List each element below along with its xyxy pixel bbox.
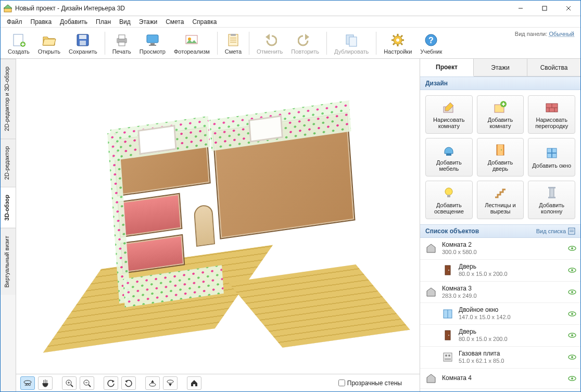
eye-icon[interactable] xyxy=(568,331,576,339)
minimize-button[interactable] xyxy=(509,1,533,16)
tb-create[interactable]: Создать xyxy=(4,31,34,56)
tb-photorealism[interactable]: Фотореализм xyxy=(170,31,214,56)
tool-rotate-cw[interactable] xyxy=(121,376,136,390)
menu-help[interactable]: Справка xyxy=(188,17,221,27)
3d-viewport[interactable] xyxy=(16,59,420,374)
object-list[interactable]: Комната 2300.0 x 580.0Дверь80.0 x 15.0 x… xyxy=(420,238,580,391)
ltab-2d-3d[interactable]: 2D-редактор и 3D-обзор xyxy=(1,59,16,138)
window-title: Новый проект - Дизайн Интерьера 3D xyxy=(15,5,509,12)
maximize-button[interactable] xyxy=(533,1,557,16)
door-icon xyxy=(441,328,454,342)
tb-estimate[interactable]: Смета xyxy=(221,31,246,56)
objects-section-header: Список объектов Вид списка xyxy=(420,224,580,238)
tool-add-window[interactable]: Добавить окно xyxy=(528,138,575,176)
list-item[interactable]: Двойное окно147.0 x 15.0 x 142.0 xyxy=(420,303,580,325)
gear-icon xyxy=(389,32,406,48)
ltab-2d[interactable]: 2D-редактор xyxy=(1,138,16,187)
svg-marker-27 xyxy=(305,34,309,40)
tool-zoom-in[interactable] xyxy=(62,376,77,390)
rtab-project[interactable]: Проект xyxy=(420,59,474,77)
tb-duplicate[interactable]: Дублировать xyxy=(330,31,373,56)
svg-rect-18 xyxy=(149,45,156,46)
list-item[interactable]: Комната 3283.0 x 249.0 xyxy=(420,282,580,304)
monitor-icon xyxy=(144,32,161,48)
tool-stairs[interactable]: Лестницы и вырезы xyxy=(477,181,524,219)
left-tabs: 2D-редактор и 3D-обзор 2D-редактор 3D-об… xyxy=(1,59,16,391)
tb-print[interactable]: Печать xyxy=(108,31,135,56)
tool-tilt-down[interactable] xyxy=(163,376,178,390)
stairs-icon xyxy=(493,185,508,200)
view-list-link[interactable]: Вид списка xyxy=(536,227,575,235)
svg-line-36 xyxy=(393,35,395,37)
list-item[interactable]: Дверь80.0 x 15.0 x 200.0 xyxy=(420,260,580,282)
tb-preview[interactable]: Просмотр xyxy=(135,31,170,56)
svg-rect-22 xyxy=(231,34,236,36)
svg-point-100 xyxy=(445,355,447,357)
tool-draw-partition[interactable]: Нарисовать перегородку xyxy=(528,95,575,134)
svg-rect-11 xyxy=(79,35,86,39)
svg-marker-51 xyxy=(125,380,128,383)
tool-add-lighting[interactable]: Добавить освещение xyxy=(425,181,473,219)
tool-pan[interactable] xyxy=(38,376,53,390)
tool-zoom-out[interactable] xyxy=(80,376,94,390)
menu-floors[interactable]: Этажи xyxy=(135,17,161,27)
tool-add-furniture[interactable]: Добавить мебель xyxy=(425,138,473,176)
svg-text:360: 360 xyxy=(24,383,31,386)
tool-rotate-ccw[interactable] xyxy=(104,376,118,390)
eye-icon[interactable] xyxy=(568,266,576,274)
svg-point-104 xyxy=(571,356,573,358)
render-icon xyxy=(183,32,200,48)
rtab-floors[interactable]: Этажи xyxy=(474,59,527,76)
tool-add-column[interactable]: Добавить колонну xyxy=(528,181,575,219)
list-item[interactable]: Дверь80.0 x 15.0 x 200.0 xyxy=(420,325,580,347)
pencil-room-icon xyxy=(441,100,456,115)
tool-orbit[interactable]: 360 xyxy=(20,376,35,390)
list-item[interactable]: Комната 2300.0 x 580.0 xyxy=(420,238,580,260)
tool-draw-room[interactable]: Нарисовать комнату xyxy=(425,95,473,134)
list-item[interactable]: Комната 4 xyxy=(420,369,580,389)
tb-settings[interactable]: Настройки xyxy=(380,31,416,56)
svg-rect-3 xyxy=(542,6,547,10)
eye-icon[interactable] xyxy=(568,244,576,252)
titlebar: Новый проект - Дизайн Интерьера 3D xyxy=(1,1,580,16)
room-icon xyxy=(424,285,438,299)
menu-view[interactable]: Вид xyxy=(115,17,135,27)
menu-add[interactable]: Добавить xyxy=(56,17,92,27)
rtab-properties[interactable]: Свойства xyxy=(527,59,580,76)
ltab-virtual[interactable]: Виртуальный визит xyxy=(1,228,16,295)
toolbar: Создать Открыть Сохранить Печать Просмот… xyxy=(1,28,580,59)
tb-tutorial[interactable]: ?Учебник xyxy=(416,31,446,56)
tool-home[interactable] xyxy=(187,376,201,390)
menu-edit[interactable]: Правка xyxy=(27,17,56,27)
menu-file[interactable]: Файл xyxy=(3,17,27,27)
ltab-3d[interactable]: 3D-обзор xyxy=(1,187,16,228)
transparent-walls-checkbox[interactable]: Прозрачные стены xyxy=(338,380,402,387)
menu-plan[interactable]: План xyxy=(92,17,115,27)
tool-add-room[interactable]: Добавить комнату xyxy=(477,95,524,134)
brick-icon xyxy=(545,100,559,115)
tb-undo[interactable]: Отменить xyxy=(252,31,287,56)
tool-add-door[interactable]: Добавить дверь xyxy=(477,138,524,176)
close-button[interactable] xyxy=(557,1,580,16)
chair-icon xyxy=(441,143,456,157)
right-panel: Проект Этажи Свойства Дизайн Нарисовать … xyxy=(420,59,580,391)
svg-rect-66 xyxy=(446,154,451,156)
list-item[interactable]: Газовая плита51.0 x 62.1 x 85.0 xyxy=(420,347,580,369)
svg-rect-78 xyxy=(569,228,575,234)
menu-estimate[interactable]: Смета xyxy=(161,17,188,27)
tb-save[interactable]: Сохранить xyxy=(65,31,102,56)
tb-open[interactable]: Открыть xyxy=(34,31,65,56)
eye-icon[interactable] xyxy=(568,353,576,361)
eye-icon[interactable] xyxy=(568,288,576,296)
viewport-tools: 360 Прозрачные стены xyxy=(16,374,420,391)
svg-rect-77 xyxy=(548,197,555,198)
svg-point-107 xyxy=(571,377,573,380)
svg-rect-12 xyxy=(80,41,86,45)
tb-redo[interactable]: Повторить xyxy=(287,31,323,56)
eye-icon[interactable] xyxy=(568,310,576,318)
eye-icon[interactable] xyxy=(568,374,576,383)
panel-mode-link[interactable]: Обычный xyxy=(549,31,574,37)
svg-point-31 xyxy=(396,39,399,42)
redo-icon xyxy=(297,32,313,48)
tool-tilt-up[interactable] xyxy=(145,376,160,390)
